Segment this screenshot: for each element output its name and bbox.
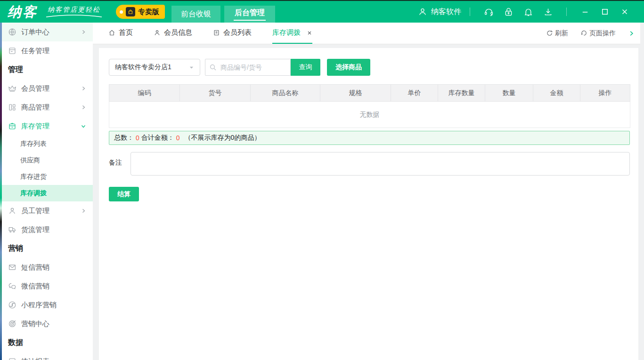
sidebar-item-sms-marketing[interactable]: 短信营销 (0, 258, 93, 277)
app-logo: 纳客 (8, 5, 38, 19)
sidebar-subitem-inventory-transfer[interactable]: 库存调拨 (0, 185, 93, 201)
sidebar-item-member-management[interactable]: 会员管理 (0, 79, 93, 98)
maximize-icon[interactable] (595, 8, 615, 16)
task-icon (8, 47, 16, 55)
remark-label: 备注 (109, 152, 130, 176)
sidebar-item-marketing-center[interactable]: 营销中心 (0, 314, 93, 333)
empty-row: 无数据 (109, 102, 630, 128)
truck-icon (8, 225, 16, 234)
crown-icon (8, 84, 16, 93)
table-header-row: 编码 货号 商品名称 规格 单价 库存数量 数量 金额 操作 (109, 85, 630, 102)
remark-textarea[interactable] (130, 152, 630, 176)
tab-member-list[interactable]: 会员列表 (213, 23, 252, 44)
sidebar-item-statistics-report[interactable]: 统计报表 (0, 352, 93, 360)
sidebar-item-order-center[interactable]: 订单中心 (0, 23, 93, 41)
chevron-right-icon (81, 29, 86, 35)
lock-icon[interactable] (498, 7, 518, 17)
sidebar-section-marketing: 营销 (0, 239, 93, 258)
sidebar-item-inventory-management[interactable]: 库存管理 (0, 117, 93, 136)
summary-bar: 总数： 0 合计金额： 0 （不展示库存为0的商品） (109, 131, 630, 145)
background-window-edge (0, 23, 2, 360)
col-actions: 操作 (580, 85, 630, 102)
product-search: 查询 (205, 59, 320, 76)
page-ops-button[interactable]: 页面操作 (580, 29, 616, 38)
sidebar-item-staff-management[interactable]: 员工管理 (0, 201, 93, 220)
total-value: 0 (134, 134, 141, 142)
sidebar-item-task-management[interactable]: 任务管理 (0, 41, 93, 60)
transfer-items-table: 编码 货号 商品名称 规格 单价 库存数量 数量 金额 操作 (109, 84, 630, 128)
page-ops-icon (580, 30, 587, 37)
query-button[interactable]: 查询 (291, 59, 320, 76)
refresh-icon (546, 30, 553, 37)
report-icon (8, 357, 16, 360)
remark-section: 备注 (109, 152, 638, 176)
search-icon (209, 64, 217, 71)
goods-icon (8, 103, 16, 112)
staff-icon (8, 207, 16, 215)
globe-icon (8, 28, 16, 36)
sidebar-section-data: 数据 (0, 333, 93, 352)
col-qty: 数量 (485, 85, 533, 102)
shopping-bag-icon (126, 7, 135, 16)
sidebar-subitem-inventory-purchase[interactable]: 库存进货 (0, 168, 93, 185)
refresh-button[interactable]: 刷新 (546, 29, 568, 38)
minimize-icon[interactable] (575, 8, 595, 16)
member-icon (154, 29, 161, 36)
tab-close-icon[interactable] (307, 30, 312, 36)
sidebar-item-miniprogram-marketing[interactable]: 小程序营销 (0, 296, 93, 314)
tab-home[interactable]: 首页 (108, 23, 133, 44)
chevron-right-icon (81, 86, 86, 91)
tab-inventory-transfer[interactable]: 库存调拨 (272, 23, 312, 44)
total-label: 总数： (114, 134, 134, 142)
mode-tab-front-cashier[interactable]: 前台收银 (171, 6, 220, 23)
divider (470, 8, 470, 16)
expand-right-icon[interactable] (628, 30, 635, 37)
sidebar-item-logistics-management[interactable]: 货流管理 (0, 220, 93, 239)
badge-hole (120, 10, 123, 14)
user-icon (418, 7, 427, 16)
headset-icon[interactable] (479, 7, 498, 17)
app-window: 纳客 纳客管店更轻松 专卖版 前台收银 后台管理 纳客软件 (0, 0, 644, 360)
slogan-underline-swoosh (45, 14, 103, 18)
edition-badge: 专卖版 (116, 5, 165, 19)
tab-member-info[interactable]: 会员信息 (154, 23, 192, 44)
summary-note: （不展示库存为0的商品） (185, 134, 261, 142)
amount-value: 0 (174, 134, 182, 142)
sidebar-subitem-inventory-list[interactable]: 库存列表 (0, 136, 93, 152)
chevron-down-icon (81, 123, 86, 129)
amount-label: 合计金额： (141, 134, 174, 142)
col-product-name: 商品名称 (251, 85, 320, 102)
bell-icon[interactable] (518, 7, 538, 17)
mode-tab-backoffice[interactable]: 后台管理 (224, 6, 275, 23)
main-area: 首页 会员信息 会员列表 库存调拨 (93, 23, 644, 360)
col-amount: 金额 (533, 85, 580, 102)
col-stock-qty: 库存数量 (438, 85, 485, 102)
target-icon (8, 320, 16, 328)
select-product-button[interactable]: 选择商品 (327, 59, 370, 76)
sidebar: 订单中心 任务管理 管理 会员管理 商品管理 库存管理 (0, 23, 93, 360)
search-input[interactable] (205, 59, 291, 76)
chevron-right-icon (81, 208, 86, 214)
sidebar-subitem-supplier[interactable]: 供应商 (0, 152, 93, 168)
col-unit-price: 单价 (391, 85, 438, 102)
sidebar-item-wechat-marketing[interactable]: 微信营销 (0, 277, 93, 296)
store-select[interactable]: 纳客软件专卖分店1 (109, 59, 200, 76)
app-header: 纳客 纳客管店更轻松 专卖版 前台收银 后台管理 纳客软件 (0, 1, 644, 23)
content-panel: 纳客软件专卖分店1 查询 选择商品 (99, 48, 638, 360)
scrollbar-track[interactable] (640, 23, 644, 360)
download-icon[interactable] (538, 7, 558, 17)
mail-icon (8, 263, 16, 272)
user-menu[interactable]: 纳客软件 (418, 7, 461, 17)
sidebar-section-management: 管理 (0, 60, 93, 79)
sidebar-item-product-management[interactable]: 商品管理 (0, 98, 93, 117)
header-right: 纳客软件 (418, 7, 644, 17)
mode-switch: 前台收银 后台管理 (171, 1, 275, 23)
close-icon[interactable] (615, 8, 635, 16)
list-icon (213, 29, 220, 36)
caret-down-icon (189, 65, 194, 70)
page-actions: 刷新 页面操作 (546, 23, 640, 44)
settle-button[interactable]: 结算 (109, 187, 139, 201)
chevron-right-icon (81, 104, 86, 110)
inventory-icon (8, 122, 16, 130)
home-icon (108, 29, 115, 36)
